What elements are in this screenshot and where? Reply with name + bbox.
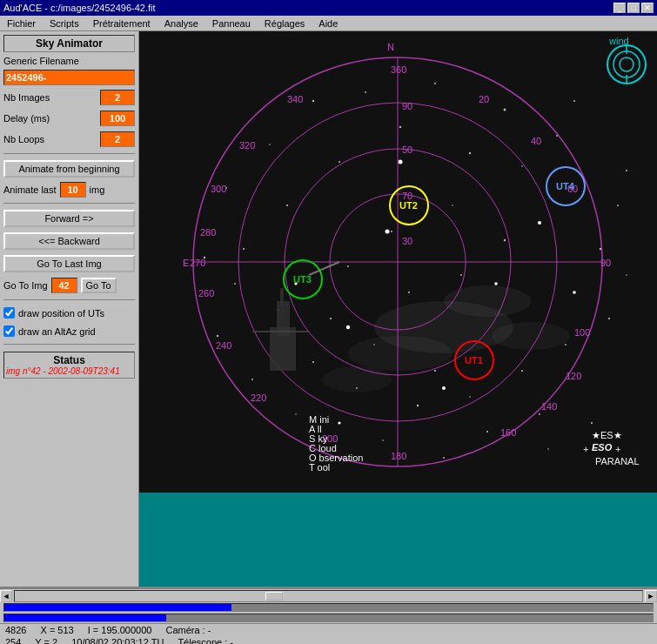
- go-to-img-input[interactable]: [51, 278, 77, 293]
- svg-point-28: [382, 439, 384, 441]
- svg-point-61: [338, 421, 340, 424]
- title-bar: Aud'ACE - c:/images/2452496-42.fit _ □ ✕: [0, 0, 657, 16]
- animate-last-input[interactable]: [60, 182, 86, 198]
- svg-text:180: 180: [391, 451, 406, 461]
- svg-point-46: [443, 457, 445, 459]
- separator-4: [3, 344, 135, 345]
- svg-text:+: +: [583, 444, 588, 454]
- go-to-last-button[interactable]: Go To Last Img: [3, 255, 135, 272]
- maximize-button[interactable]: □: [627, 3, 640, 13]
- draw-altaz-checkbox[interactable]: [3, 325, 15, 337]
- status-x-label: X = 513: [40, 625, 73, 635]
- svg-text:90: 90: [600, 258, 611, 268]
- delay-label: Delay (ms): [3, 113, 50, 124]
- svg-point-12: [286, 205, 288, 206]
- title-text: Aud'ACE - c:/images/2452496-42.fit: [3, 3, 156, 13]
- svg-point-7: [339, 161, 340, 163]
- svg-text:UT1: UT1: [465, 355, 483, 366]
- delay-row: Delay (ms): [3, 111, 135, 126]
- svg-text:120: 120: [566, 371, 581, 381]
- draw-altaz-row: draw an AltAz grid: [3, 325, 135, 337]
- svg-point-20: [469, 396, 471, 398]
- svg-text:UT3: UT3: [293, 274, 312, 285]
- filename-input[interactable]: [3, 70, 135, 85]
- svg-point-34: [460, 274, 462, 276]
- menu-analyse[interactable]: Analyse: [161, 17, 202, 30]
- svg-text:100: 100: [574, 327, 590, 338]
- status-info-row-1: 4826 X = 513 I = 195.000000 Caméra : -: [0, 623, 657, 636]
- separator-1: [3, 153, 135, 154]
- status-i-label: I = 195.000000: [88, 625, 152, 635]
- svg-point-56: [442, 386, 446, 390]
- menu-panneau[interactable]: Panneau: [209, 17, 254, 30]
- svg-text:320: 320: [239, 140, 255, 151]
- nb-loops-label: Nb Loops: [3, 134, 44, 144]
- svg-point-48: [348, 336, 453, 371]
- svg-point-33: [408, 292, 410, 293]
- scroll-left-button[interactable]: ◄: [0, 590, 12, 602]
- svg-text:+: +: [615, 444, 620, 454]
- progress-track-2: [3, 614, 654, 622]
- forward-button[interactable]: Forward =>: [3, 210, 135, 227]
- svg-point-27: [217, 335, 218, 337]
- svg-point-15: [243, 248, 245, 250]
- go-to-button[interactable]: Go To: [81, 278, 117, 293]
- svg-text:ESO: ESO: [592, 442, 613, 453]
- minimize-button[interactable]: _: [613, 3, 626, 13]
- horizontal-scrollbar[interactable]: [14, 590, 643, 602]
- svg-point-44: [547, 448, 549, 450]
- menu-scripts[interactable]: Scripts: [46, 17, 83, 30]
- go-to-img-label: Go To Img: [3, 280, 48, 291]
- svg-text:360: 360: [391, 64, 406, 75]
- animate-from-beginning-button[interactable]: Animate from beginning: [3, 160, 135, 178]
- sky-image: N E 180 360 90 270 340 20 320 40 300: [139, 31, 657, 493]
- close-button[interactable]: ✕: [641, 3, 654, 13]
- svg-text:240: 240: [216, 340, 231, 351]
- menu-reglages[interactable]: Réglages: [261, 17, 308, 30]
- status-telescope-label: Télescope : -: [178, 637, 233, 644]
- delay-input[interactable]: [100, 111, 135, 126]
- menu-aide[interactable]: Aide: [315, 17, 341, 30]
- svg-point-42: [234, 283, 236, 285]
- sky-svg: N E 180 360 90 270 340 20 320 40 300: [139, 31, 657, 493]
- nb-images-row: Nb Images: [3, 90, 135, 105]
- go-to-img-row: Go To Img Go To: [3, 277, 135, 294]
- svg-text:260: 260: [198, 288, 214, 299]
- scrollbar-thumb[interactable]: [265, 592, 283, 600]
- svg-point-10: [573, 100, 575, 102]
- svg-point-60: [573, 291, 576, 294]
- svg-text:30: 30: [402, 236, 412, 246]
- svg-text:90: 90: [402, 101, 412, 111]
- status-value1: 4826: [5, 625, 26, 635]
- svg-point-59: [399, 160, 403, 164]
- svg-text:340: 340: [287, 94, 303, 104]
- backward-button[interactable]: <<= Backward: [3, 232, 135, 250]
- progress-bar-row-2: [0, 613, 657, 623]
- nb-images-label: Nb Images: [3, 92, 50, 103]
- separator-3: [3, 299, 135, 300]
- svg-point-38: [347, 265, 349, 267]
- separator-2: [3, 203, 135, 204]
- menu-fichier[interactable]: Fichier: [3, 17, 39, 30]
- svg-point-22: [565, 344, 566, 345]
- svg-point-36: [452, 205, 453, 206]
- draw-ut-checkbox[interactable]: [3, 307, 15, 319]
- svg-text:PARANAL: PARANAL: [595, 456, 640, 466]
- nb-loops-row: Nb Loops: [3, 131, 135, 147]
- progress-track-1: [3, 603, 654, 612]
- svg-text:270: 270: [190, 258, 205, 268]
- menu-pretraitement[interactable]: Prétraitement: [90, 17, 154, 30]
- svg-text:UT4: UT4: [556, 181, 575, 191]
- bottom-bar: ◄ ► 4826 X = 513 I = 195.000000 Caméra :…: [0, 587, 657, 628]
- svg-point-30: [539, 413, 540, 415]
- scroll-right-button[interactable]: ►: [645, 590, 657, 602]
- svg-text:N: N: [387, 42, 394, 52]
- svg-text:T ool: T ool: [309, 462, 330, 473]
- nb-images-input[interactable]: [100, 90, 135, 105]
- svg-point-39: [330, 318, 332, 319]
- progress-fill-2: [4, 614, 166, 621]
- svg-point-31: [434, 370, 436, 372]
- svg-point-24: [626, 274, 627, 276]
- nb-loops-input[interactable]: [100, 131, 135, 147]
- left-panel: Sky Animator Generic Filename Nb Images …: [0, 31, 139, 587]
